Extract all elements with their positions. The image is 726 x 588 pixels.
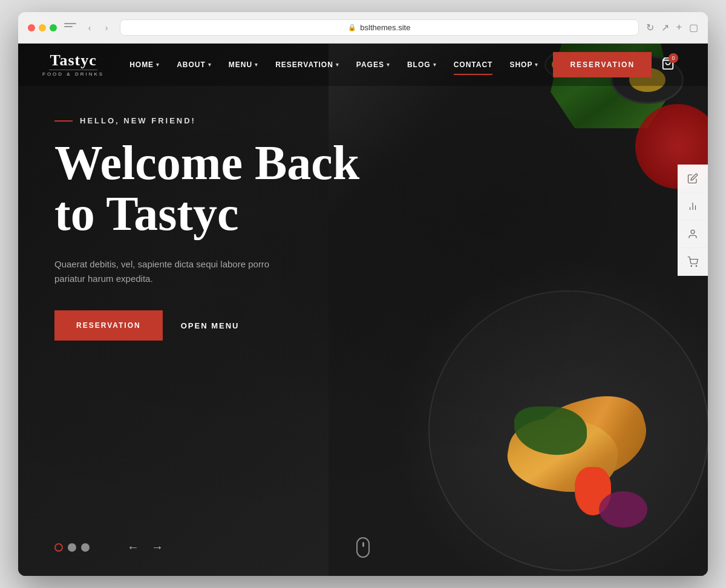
nav-blog[interactable]: BLOG ▾	[400, 56, 444, 74]
tagline-line	[54, 120, 73, 122]
chevron-down-icon: ▾	[208, 62, 212, 68]
hero-tagline: HELLO, NEW FRIEND!	[54, 116, 359, 125]
nav-menu-item[interactable]: MENU ▾	[221, 56, 266, 74]
sidebar-cart-tool[interactable]	[678, 248, 708, 276]
nav-home[interactable]: HOME ▾	[122, 56, 167, 74]
main-navigation: Tastyc FOOD & DRINKS HOME ▾ ABOUT ▾ MENU…	[18, 44, 708, 86]
prev-slide-arrow[interactable]: ←	[127, 540, 139, 554]
nav-reservation-label: RESERVATION	[275, 60, 333, 69]
reservation-button[interactable]: RESERVATION	[54, 310, 163, 341]
logo-divider	[49, 70, 97, 70]
chevron-down-icon: ▾	[535, 62, 538, 68]
slide-dot-2[interactable]	[68, 543, 76, 552]
scroll-mouse-icon	[356, 537, 370, 558]
hero-title-line2: to Tastyc	[54, 187, 239, 240]
hero-content: HELLO, NEW FRIEND! Welcome Back to Tasty…	[54, 116, 359, 341]
scroll-indicator	[356, 537, 370, 558]
nav-menu: HOME ▾ ABOUT ▾ MENU ▾ RESERVATION ▾ PAGE…	[122, 52, 684, 77]
chevron-down-icon: ▾	[433, 62, 437, 68]
slide-indicators	[54, 543, 90, 552]
svg-point-4	[691, 230, 695, 234]
sidebar-edit-tool[interactable]	[678, 165, 708, 192]
next-slide-arrow[interactable]: →	[151, 540, 163, 554]
share-icon[interactable]: ↗	[661, 22, 669, 33]
chevron-down-icon: ▾	[156, 62, 160, 68]
nav-home-label: HOME	[129, 60, 154, 69]
maximize-button[interactable]	[50, 24, 57, 31]
slide-dot-1[interactable]	[54, 543, 63, 552]
security-icon: 🔒	[348, 24, 356, 31]
browser-actions: ↻ ↗ + ▢	[646, 22, 698, 33]
chevron-down-icon: ▾	[255, 62, 258, 68]
logo-subtitle: FOOD & DRINKS	[42, 71, 104, 77]
hero-food-image	[329, 44, 708, 576]
hero-buttons: RESERVATION OPEN MENU	[54, 310, 359, 341]
nav-about[interactable]: ABOUT ▾	[169, 56, 219, 74]
user-icon	[687, 229, 698, 240]
sidebar-toggle-icon[interactable]	[64, 23, 76, 33]
website-content: Tastyc FOOD & DRINKS HOME ▾ ABOUT ▾ MENU…	[18, 44, 708, 576]
open-menu-link[interactable]: OPEN MENU	[181, 321, 240, 330]
sidebar-user-tool[interactable]	[678, 220, 708, 248]
nav-cta-button[interactable]: RESERVATION	[553, 52, 652, 77]
right-sidebar	[678, 165, 708, 276]
nav-reservation[interactable]: RESERVATION ▾	[268, 56, 347, 74]
scroll-wheel	[362, 542, 364, 547]
address-bar[interactable]: 🔒 bslthemes.site	[120, 19, 639, 36]
nav-menu-label: MENU	[229, 60, 252, 69]
slide-arrows: ← →	[127, 540, 163, 554]
back-button[interactable]: ‹	[83, 22, 96, 34]
chevron-down-icon: ▾	[336, 62, 339, 68]
hero-title: Welcome Back to Tastyc	[54, 137, 359, 239]
chevron-down-icon: ▾	[387, 62, 390, 68]
nav-contact[interactable]: CONTACT	[446, 56, 500, 74]
svg-point-6	[696, 266, 697, 267]
browser-chrome: ‹ › 🔒 bslthemes.site ↻ ↗ + ▢	[18, 12, 708, 44]
bar-chart-icon	[687, 201, 698, 212]
slide-dot-3[interactable]	[81, 543, 90, 552]
logo-title: Tastyc	[50, 53, 96, 68]
edit-icon	[687, 173, 698, 184]
browser-nav: ‹ ›	[83, 22, 113, 34]
close-button[interactable]	[28, 24, 35, 31]
nav-blog-label: BLOG	[407, 60, 431, 69]
site-logo[interactable]: Tastyc FOOD & DRINKS	[42, 53, 104, 77]
forward-button[interactable]: ›	[100, 22, 113, 34]
cart-badge: 0	[669, 53, 678, 63]
nav-shop-label: SHOP	[509, 60, 532, 69]
nav-pages[interactable]: PAGES ▾	[349, 56, 397, 74]
svg-point-5	[691, 266, 692, 267]
nav-pages-label: PAGES	[356, 60, 384, 69]
hero-title-line1: Welcome Back	[54, 136, 359, 189]
url-text: bslthemes.site	[360, 23, 410, 32]
sidebar-stats-tool[interactable]	[678, 192, 708, 220]
cart-wrapper[interactable]: 0	[661, 57, 675, 73]
nav-about-label: ABOUT	[177, 60, 206, 69]
minimize-button[interactable]	[39, 24, 46, 31]
tabs-icon[interactable]: ▢	[689, 22, 698, 33]
hero-description: Quaerat debitis, vel, sapiente dicta seq…	[54, 257, 284, 286]
traffic-lights	[28, 24, 57, 31]
nav-contact-label: CONTACT	[454, 60, 493, 69]
nav-shop[interactable]: SHOP ▾	[502, 56, 546, 74]
tagline-text: HELLO, NEW FRIEND!	[80, 116, 196, 125]
shopping-cart-icon	[687, 256, 698, 267]
onion	[599, 491, 647, 528]
reload-icon[interactable]: ↻	[646, 22, 654, 33]
new-tab-icon[interactable]: +	[676, 22, 682, 33]
browser-window: ‹ › 🔒 bslthemes.site ↻ ↗ + ▢	[18, 12, 708, 576]
